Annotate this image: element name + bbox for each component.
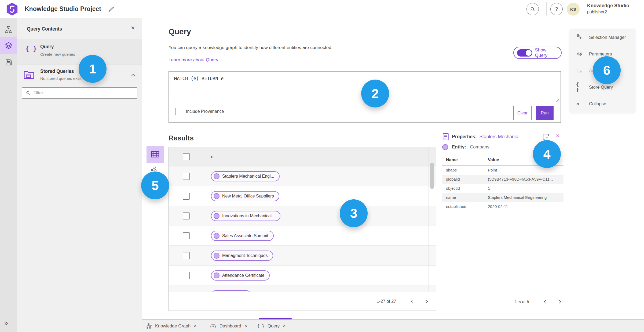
close-panel-icon[interactable]: × bbox=[131, 24, 135, 32]
property-row[interactable]: objectid1 bbox=[442, 184, 564, 193]
scrollbar-thumb[interactable] bbox=[430, 163, 434, 189]
entity-pill[interactable]: Staplers Mechanical Engi... bbox=[211, 171, 280, 181]
filter-input[interactable] bbox=[34, 91, 134, 95]
property-row[interactable]: established2020-02-11 bbox=[442, 202, 564, 211]
row-checkbox[interactable] bbox=[183, 272, 190, 279]
properties-header: Properties: Staplers Mechanic... bbox=[442, 133, 522, 140]
entity-row: Entity: Company bbox=[442, 144, 489, 150]
entity-pill[interactable]: Sales Associate Summit bbox=[211, 231, 274, 241]
properties-label: Properties: bbox=[452, 134, 477, 140]
entity-dot-icon bbox=[214, 253, 219, 259]
layers-rail-selected[interactable] bbox=[0, 37, 17, 54]
main-area: Query You can query a knowledge graph to… bbox=[142, 18, 644, 319]
run-button[interactable]: Run bbox=[536, 106, 554, 120]
entity-type: Company bbox=[470, 144, 489, 150]
braces-icon: { } bbox=[576, 82, 583, 92]
show-query-toggle[interactable]: Show Query bbox=[513, 47, 562, 59]
property-name: shape bbox=[446, 168, 457, 172]
resize-handle-icon[interactable] bbox=[555, 98, 559, 102]
properties-pagination-divider bbox=[442, 293, 565, 293]
table-icon bbox=[151, 151, 159, 158]
braces-icon: { } bbox=[257, 324, 264, 329]
bottom-tab-bar: Knowledge Graph × Dashboard × { } Query … bbox=[142, 319, 644, 332]
filter-search-icon bbox=[25, 90, 31, 96]
menu-item-collapse[interactable]: » Collapse bbox=[570, 95, 635, 112]
table-row[interactable]: Sales Associate Summit bbox=[169, 226, 436, 246]
select-all-checkbox[interactable] bbox=[183, 153, 190, 160]
row-checkbox[interactable] bbox=[183, 212, 190, 219]
entity-pill[interactable]: Attendance Certificate bbox=[211, 270, 270, 281]
header-divider bbox=[546, 2, 547, 16]
toggle-track bbox=[517, 49, 532, 57]
entity-dot-icon bbox=[214, 213, 219, 219]
close-tab-icon[interactable]: × bbox=[283, 323, 286, 329]
table-view-button[interactable] bbox=[147, 146, 164, 163]
property-name: established bbox=[446, 204, 466, 209]
table-row[interactable]: Innovations in Mechanical... bbox=[169, 206, 436, 226]
close-tab-icon[interactable]: × bbox=[194, 323, 197, 329]
entity-dot-icon bbox=[214, 233, 219, 239]
entity-color-swatch bbox=[442, 144, 448, 150]
app-logo-icon bbox=[6, 2, 18, 16]
prev-page-button[interactable] bbox=[407, 296, 418, 307]
expand-rail-chevrons[interactable]: » bbox=[4, 319, 8, 327]
tab-dashboard[interactable]: Dashboard × bbox=[210, 320, 247, 332]
save-icon[interactable] bbox=[5, 58, 13, 66]
results-body: Staplers Mechanical Engi... New Metal Of… bbox=[169, 166, 436, 292]
entity-pill[interactable]: Innovations in Mechanical... bbox=[211, 211, 280, 221]
entity-pill[interactable]: New Metal Office Suppliers bbox=[211, 191, 279, 201]
properties-entity-link[interactable]: Staplers Mechanic... bbox=[479, 134, 522, 140]
active-tab-indicator bbox=[259, 318, 292, 319]
entity-dot-icon bbox=[214, 273, 219, 278]
table-row[interactable]: Attendance Certificate bbox=[169, 266, 436, 285]
query-contents-item-query[interactable]: { } Query Create new queries bbox=[17, 39, 142, 65]
chevron-left-icon bbox=[409, 299, 415, 304]
learn-more-link[interactable]: Learn more about Query bbox=[169, 57, 218, 63]
menu-item-label: Store Query bbox=[589, 85, 613, 90]
stored-queries-title[interactable]: Stored Queries bbox=[40, 69, 74, 74]
property-name: objectid bbox=[446, 186, 460, 191]
help-button[interactable]: ? bbox=[550, 3, 563, 15]
tab-knowledge-graph[interactable]: Knowledge Graph × bbox=[145, 320, 197, 332]
search-icon bbox=[530, 6, 536, 12]
add-to-map-icon[interactable] bbox=[542, 133, 550, 140]
clear-button[interactable]: Clear bbox=[513, 106, 532, 120]
project-title: Knowledge Studio Project bbox=[25, 5, 101, 13]
table-row[interactable]: Managment Techniques bbox=[169, 246, 436, 266]
menu-item-selection-manager[interactable]: Selection Manager bbox=[570, 29, 635, 46]
table-row[interactable]: Staplers Mechanical Engi... bbox=[169, 166, 436, 186]
avatar[interactable]: KS bbox=[567, 3, 580, 16]
row-checkbox[interactable] bbox=[183, 193, 190, 200]
menu-item-label: Collapse bbox=[589, 101, 606, 106]
link-chart-contents-icon[interactable] bbox=[5, 26, 13, 34]
app-header: Knowledge Studio Project ? KS Knowledge … bbox=[0, 0, 644, 18]
braces-icon: { } bbox=[25, 45, 37, 53]
include-provenance-label: Include Provenance bbox=[186, 109, 224, 114]
edit-title-icon[interactable] bbox=[108, 6, 115, 13]
row-checkbox[interactable] bbox=[183, 232, 190, 239]
property-row[interactable]: globalid{5D9B4713-F98D-4A53-A59F-C11... bbox=[442, 175, 564, 184]
collapse-section-caret-icon[interactable] bbox=[131, 73, 136, 77]
include-provenance-checkbox[interactable] bbox=[175, 108, 182, 115]
layers-icon bbox=[5, 42, 13, 50]
table-row[interactable]: New Metal Office Suppliers bbox=[169, 186, 436, 206]
search-button[interactable] bbox=[526, 3, 539, 15]
entity-label: Entity: bbox=[452, 144, 466, 150]
entity-pill[interactable]: Managment Techniques bbox=[211, 251, 273, 261]
table-row[interactable]: Firebird Title bbox=[169, 285, 436, 292]
filter-field bbox=[22, 87, 137, 99]
tab-query-active[interactable]: { } Query × bbox=[257, 320, 286, 332]
row-checkbox[interactable] bbox=[183, 173, 190, 180]
close-tab-icon[interactable]: × bbox=[244, 323, 247, 329]
next-page-button[interactable] bbox=[421, 296, 432, 307]
selection-manager-icon bbox=[576, 34, 583, 41]
annotation-badge-6: 6 bbox=[593, 56, 621, 84]
annotation-badge-4: 4 bbox=[533, 140, 561, 168]
props-prev-page-button[interactable] bbox=[540, 296, 551, 307]
close-properties-icon[interactable]: × bbox=[556, 132, 560, 139]
property-row[interactable]: nameStaplers Mechanical Engineering bbox=[442, 193, 564, 202]
query-page-title: Query bbox=[169, 27, 191, 36]
tab-label: Query bbox=[268, 323, 280, 329]
row-checkbox[interactable] bbox=[183, 252, 190, 259]
props-next-page-button[interactable] bbox=[554, 296, 565, 307]
